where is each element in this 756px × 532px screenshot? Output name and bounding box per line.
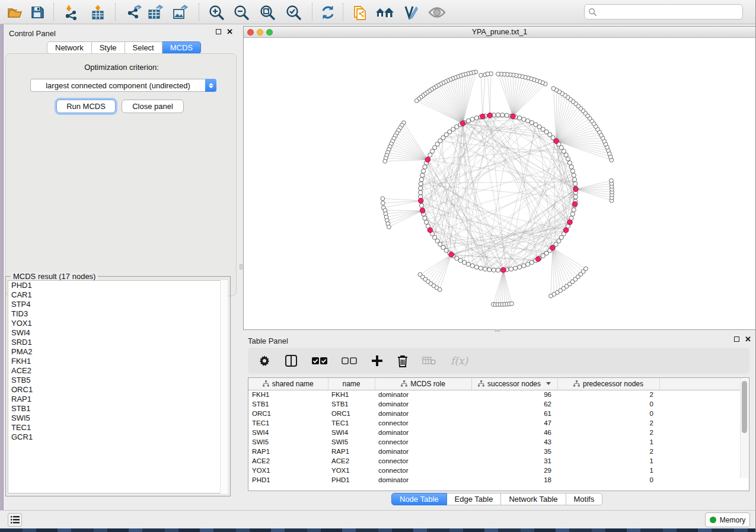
export-network-icon[interactable]: [125, 2, 145, 22]
run-mcds-button[interactable]: Run MCDS: [56, 100, 116, 113]
table-cell[interactable]: [659, 447, 741, 456]
table-cell[interactable]: 2: [557, 428, 659, 437]
network-graph[interactable]: [244, 39, 755, 329]
table-cell[interactable]: 2: [557, 447, 659, 456]
memory-button[interactable]: Memory: [705, 512, 750, 527]
tab-select[interactable]: Select: [125, 41, 162, 54]
task-history-button[interactable]: [8, 513, 22, 527]
node-table-grid[interactable]: shared namenameMCDS rolesuccessor nodesp…: [248, 378, 741, 485]
table-cell[interactable]: dominator: [375, 409, 471, 418]
table-cell[interactable]: 1: [557, 466, 659, 475]
table-row[interactable]: STB1STB1dominator620: [248, 399, 741, 409]
import-network-icon[interactable]: [62, 2, 82, 22]
table-tab-network-table[interactable]: Network Table: [501, 493, 566, 505]
table-row[interactable]: TEC1TEC1connector472: [248, 418, 741, 428]
save-session-icon[interactable]: [27, 2, 47, 22]
table-cell[interactable]: PHD1: [328, 475, 375, 485]
tab-network[interactable]: Network: [47, 41, 92, 54]
close-panel-icon[interactable]: ✕: [745, 336, 751, 342]
table-tab-motifs[interactable]: Motifs: [566, 493, 603, 505]
mcds-result-list[interactable]: PHD1CAR1STP4TID3YOX1SWI4SRD1PMA2FKH1ACE2…: [8, 280, 227, 493]
table-cell[interactable]: [659, 437, 741, 447]
table-cell[interactable]: dominator: [375, 390, 471, 399]
toggle-birdseye-icon[interactable]: [427, 2, 447, 22]
zoom-out-icon[interactable]: [231, 2, 251, 22]
search-input[interactable]: [597, 6, 742, 18]
table-cell[interactable]: [659, 399, 741, 409]
table-cell[interactable]: [659, 456, 741, 466]
table-cell[interactable]: ACE2: [248, 456, 328, 466]
table-cell[interactable]: TEC1: [328, 418, 375, 428]
table-tab-edge-table[interactable]: Edge Table: [447, 493, 502, 505]
clone-network-icon[interactable]: [350, 2, 370, 22]
table-cell[interactable]: PHD1: [248, 475, 328, 485]
export-table-icon[interactable]: [146, 2, 166, 22]
table-cell[interactable]: dominator: [375, 475, 471, 485]
table-cell[interactable]: 61: [471, 409, 557, 418]
mcds-result-item[interactable]: CAR1: [8, 290, 227, 300]
table-cell[interactable]: connector: [375, 466, 471, 475]
delete-column-icon[interactable]: [397, 355, 408, 367]
network-titlebar[interactable]: YPA_prune.txt_1: [244, 27, 755, 38]
table-cell[interactable]: STB1: [328, 399, 375, 409]
table-row[interactable]: SWI5SWI5connector431: [248, 437, 741, 447]
table-cell[interactable]: connector: [375, 437, 471, 447]
open-file-icon[interactable]: [5, 2, 25, 22]
mcds-list-scrollbar[interactable]: [220, 280, 228, 493]
column-header-predecessor-nodes[interactable]: predecessor nodes: [557, 378, 659, 390]
table-scrollbar-thumb[interactable]: [742, 381, 747, 433]
mcds-result-item[interactable]: PMA2: [8, 347, 227, 357]
table-cell[interactable]: 62: [471, 399, 557, 409]
table-cell[interactable]: STB1: [248, 399, 328, 409]
table-cell[interactable]: [659, 428, 741, 437]
column-header-name[interactable]: name: [328, 378, 375, 390]
split-view-icon[interactable]: [285, 354, 298, 367]
table-cell[interactable]: connector: [375, 418, 471, 428]
column-settings-icon[interactable]: [259, 355, 270, 367]
panel-splitter[interactable]: [239, 24, 243, 511]
table-cell[interactable]: 2: [557, 418, 659, 428]
zoom-in-icon[interactable]: [206, 2, 227, 22]
table-cell[interactable]: 1: [557, 437, 659, 447]
tab-mcds[interactable]: MCDS: [162, 41, 201, 54]
mcds-result-item[interactable]: TID3: [8, 309, 227, 319]
toggle-style-icon[interactable]: [401, 2, 421, 22]
mcds-result-item[interactable]: ORC1: [8, 385, 227, 395]
mcds-result-item[interactable]: STB1: [8, 404, 227, 414]
table-cell[interactable]: 0: [557, 399, 659, 409]
table-row[interactable]: YOX1YOX1connector291: [248, 466, 741, 475]
table-cell[interactable]: 29: [471, 466, 557, 475]
table-cell[interactable]: YOX1: [248, 466, 328, 475]
table-cell[interactable]: [659, 409, 741, 418]
mcds-result-item[interactable]: STB5: [8, 376, 227, 385]
tab-style[interactable]: Style: [92, 41, 125, 54]
table-cell[interactable]: 47: [471, 418, 557, 428]
mcds-result-item[interactable]: SWI5: [8, 414, 227, 423]
table-row[interactable]: RAP1RAP1dominator352: [248, 447, 741, 456]
table-row[interactable]: SWI4SWI4dominator462: [248, 428, 741, 437]
column-header-filler[interactable]: [659, 378, 741, 390]
table-cell[interactable]: SWI5: [248, 437, 328, 447]
table-cell[interactable]: 0: [557, 475, 659, 485]
table-cell[interactable]: dominator: [375, 447, 471, 456]
table-row[interactable]: ORC1ORC1dominator610: [248, 409, 741, 418]
table-cell[interactable]: SWI5: [328, 437, 375, 447]
show-all-networks-icon[interactable]: [375, 2, 395, 22]
import-table-icon[interactable]: [88, 2, 108, 22]
table-cell[interactable]: 18: [471, 475, 557, 485]
table-cell[interactable]: FKH1: [328, 390, 375, 399]
table-cell[interactable]: dominator: [375, 428, 471, 437]
table-cell[interactable]: dominator: [375, 399, 471, 409]
float-panel-icon[interactable]: [734, 336, 739, 342]
table-cell[interactable]: 46: [471, 428, 557, 437]
mcds-result-item[interactable]: YOX1: [8, 319, 227, 328]
mcds-result-item[interactable]: SRD1: [8, 338, 227, 347]
table-cell[interactable]: 2: [557, 390, 659, 399]
apply-layout-icon[interactable]: [318, 2, 338, 22]
criterion-dropdown[interactable]: largest connected component (undirected): [30, 79, 216, 92]
search-field[interactable]: [584, 4, 743, 20]
mcds-result-item[interactable]: ACE2: [8, 366, 227, 376]
mcds-result-item[interactable]: GCR1: [8, 432, 227, 442]
close-panel-icon[interactable]: ✕: [227, 29, 233, 34]
table-cell[interactable]: [659, 475, 741, 485]
